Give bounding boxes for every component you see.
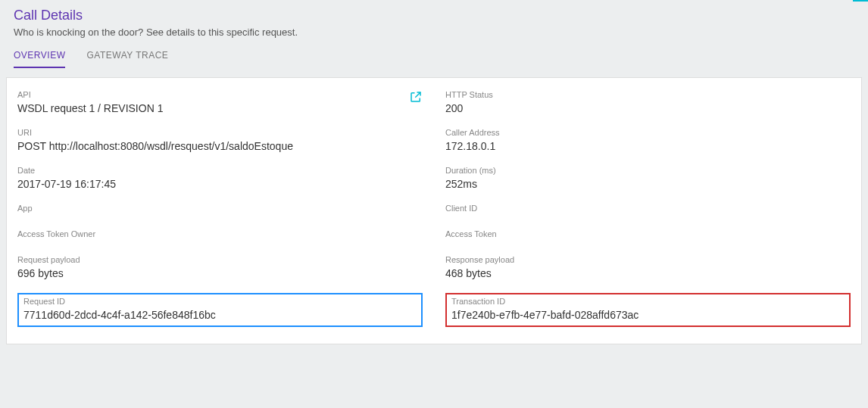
field-duration: Duration (ms) 252ms: [445, 166, 851, 190]
label-date: Date: [17, 166, 423, 175]
label-access-token-owner: Access Token Owner: [17, 229, 423, 238]
value-request-id: 7711d60d-2dcd-4c4f-a142-56fe848f16bc: [23, 309, 417, 321]
label-app: App: [17, 204, 423, 213]
field-api: API WSDL request 1 / REVISION 1: [17, 90, 423, 114]
field-client-id: Client ID: [445, 204, 851, 216]
field-access-token-owner: Access Token Owner: [17, 229, 423, 241]
tab-gateway-trace[interactable]: GATEWAY TRACE: [86, 50, 168, 68]
label-uri: URI: [17, 128, 423, 137]
label-http-status: HTTP Status: [445, 90, 851, 99]
value-http-status: 200: [445, 102, 851, 114]
label-transaction-id: Transaction ID: [451, 297, 845, 306]
field-caller-address: Caller Address 172.18.0.1: [445, 128, 851, 152]
field-request-payload: Request payload 696 bytes: [17, 255, 423, 279]
label-response-payload: Response payload: [445, 255, 851, 264]
label-access-token: Access Token: [445, 229, 851, 238]
value-request-payload: 696 bytes: [17, 267, 423, 279]
field-access-token: Access Token: [445, 229, 851, 241]
field-http-status: HTTP Status 200: [445, 90, 851, 114]
value-uri: POST http://localhost:8080/wsdl/resquest…: [17, 140, 423, 152]
value-transaction-id: 1f7e240b-e7fb-4e77-bafd-028affd673ac: [451, 309, 845, 321]
label-request-id: Request ID: [23, 297, 417, 306]
overview-card: API WSDL request 1 / REVISION 1 HTTP Sta…: [6, 77, 862, 344]
page-subtitle: Who is knocking on the door? See details…: [14, 26, 854, 38]
value-response-payload: 468 bytes: [445, 267, 851, 279]
page-header: Call Details Who is knocking on the door…: [0, 0, 868, 50]
value-caller-address: 172.18.0.1: [445, 140, 851, 152]
label-client-id: Client ID: [445, 204, 851, 213]
open-in-new-icon[interactable]: [409, 90, 423, 107]
value-api: WSDL request 1 / REVISION 1: [17, 102, 163, 114]
field-uri: URI POST http://localhost:8080/wsdl/resq…: [17, 128, 423, 152]
value-duration: 252ms: [445, 178, 851, 190]
label-api: API: [17, 90, 163, 99]
label-duration: Duration (ms): [445, 166, 851, 175]
top-accent-bar: [853, 0, 868, 2]
label-request-payload: Request payload: [17, 255, 423, 264]
field-date: Date 2017-07-19 16:17:45: [17, 166, 423, 190]
label-caller-address: Caller Address: [445, 128, 851, 137]
tabs: OVERVIEW GATEWAY TRACE: [0, 50, 868, 68]
tab-overview[interactable]: OVERVIEW: [14, 50, 65, 68]
field-transaction-id: Transaction ID 1f7e240b-e7fb-4e77-bafd-0…: [445, 293, 851, 327]
field-app: App: [17, 204, 423, 216]
value-date: 2017-07-19 16:17:45: [17, 178, 423, 190]
field-request-id: Request ID 7711d60d-2dcd-4c4f-a142-56fe8…: [17, 293, 423, 327]
page-title: Call Details: [14, 8, 854, 23]
field-response-payload: Response payload 468 bytes: [445, 255, 851, 279]
